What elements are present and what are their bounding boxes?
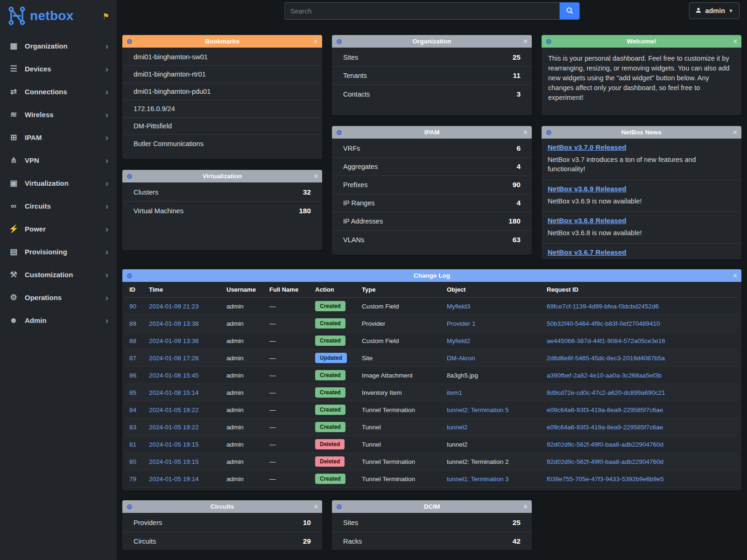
close-icon[interactable]: × — [523, 503, 528, 511]
stat-row-prefixes[interactable]: Prefixes90 — [332, 176, 532, 194]
changelog-time-link[interactable]: 2024-01-09 13:38 — [149, 337, 199, 344]
changelog-request-link[interactable]: 92d02d9c-562f-49f0-baa8-adb22904760d — [547, 441, 663, 448]
bookmark-item[interactable]: 172.16.0.9/24 — [122, 100, 322, 118]
pin-icon[interactable]: ⚑ — [103, 12, 109, 21]
bookmark-item[interactable]: dmi01-binghamton-sw01 — [122, 49, 322, 66]
bookmark-item[interactable]: dmi01-binghamton-rtr01 — [122, 66, 322, 83]
changelog-request-link[interactable]: f038e755-705e-47f3-9433-5392b9e6b9e5 — [547, 476, 664, 483]
bookmark-item[interactable]: dmi01-binghamton-pdu01 — [122, 83, 322, 100]
stat-row-providers[interactable]: Providers10 — [122, 514, 322, 532]
sidebar-item-admin[interactable]: ☻Admin› — [0, 309, 117, 332]
changelog-time-link[interactable]: 2024-01-08 15:45 — [149, 372, 199, 379]
search-button[interactable] — [560, 2, 580, 20]
changelog-time-link[interactable]: 2024-01-05 19:15 — [149, 441, 199, 448]
sidebar-item-wireless[interactable]: ≋Wireless› — [0, 103, 117, 126]
changelog-time-link[interactable]: 2024-01-05 19:15 — [149, 458, 199, 465]
changelog-id-link[interactable]: 80 — [129, 458, 136, 465]
gear-icon[interactable]: ⚙ — [127, 504, 133, 510]
changelog-time-link[interactable]: 2024-01-08 17:28 — [149, 355, 199, 362]
changelog-object-link[interactable]: tunnel2 — [447, 424, 467, 431]
sidebar-item-virtualization[interactable]: ▣Virtualization› — [0, 172, 117, 195]
gear-icon[interactable]: ⚙ — [127, 38, 133, 45]
sidebar-item-circuits[interactable]: ∞Circuits› — [0, 195, 117, 217]
changelog-object-link[interactable]: Myfield2 — [447, 337, 470, 344]
changelog-id-link[interactable]: 79 — [129, 476, 136, 483]
close-icon[interactable]: × — [314, 173, 318, 180]
changelog-object-link[interactable]: tunnel2: Termination 5 — [447, 406, 509, 413]
changelog-request-link[interactable]: e09c64a6-93f3-419a-8ea9-229585f7c6ae — [547, 424, 663, 431]
changelog-request-link[interactable]: 50b32f40-5464-4f9c-b83f-0ef270489410 — [547, 320, 660, 327]
stat-row-racks[interactable]: Racks42 — [332, 532, 532, 550]
stat-row-sites[interactable]: Sites25 — [332, 49, 532, 67]
stat-row-contacts[interactable]: Contacts3 — [332, 85, 532, 103]
stat-row-ip-ranges[interactable]: IP Ranges4 — [332, 194, 532, 212]
changelog-request-link[interactable]: e09c64a6-93f3-419a-8ea9-229585f7c6ae — [547, 406, 663, 413]
changelog-id-link[interactable]: 81 — [129, 441, 136, 448]
changelog-time-link[interactable]: 2024-01-08 15:14 — [149, 389, 199, 396]
changelog-time-link[interactable]: 2024-01-09 13:38 — [149, 320, 199, 327]
close-icon[interactable]: × — [523, 38, 528, 45]
stat-row-tenants[interactable]: Tenants11 — [332, 67, 532, 85]
changelog-object-link[interactable]: Provider 1 — [447, 320, 476, 327]
sidebar-item-devices[interactable]: ☰Devices› — [0, 57, 117, 80]
close-icon[interactable]: × — [733, 272, 737, 280]
gear-icon[interactable]: ⚙ — [336, 504, 342, 510]
news-link[interactable]: NetBox v3.6.9 Released — [548, 185, 626, 193]
changelog-time-link[interactable]: 2024-01-05 19:22 — [149, 406, 199, 413]
changelog-id-link[interactable]: 88 — [129, 337, 136, 344]
logo[interactable]: netbox ⚑ — [0, 0, 117, 35]
stat-row-sites[interactable]: Sites25 — [332, 514, 532, 532]
close-icon[interactable]: × — [314, 503, 318, 511]
sidebar-item-provisioning[interactable]: ▤Provisioning› — [0, 240, 117, 263]
stat-row-aggregates[interactable]: Aggregates4 — [332, 158, 532, 176]
changelog-id-link[interactable]: 86 — [129, 372, 136, 379]
close-icon[interactable]: × — [733, 129, 737, 136]
changelog-id-link[interactable]: 87 — [129, 355, 136, 362]
stat-row-ip-addresses[interactable]: IP Addresses180 — [332, 212, 532, 231]
changelog-object-link[interactable]: DM-Akron — [447, 355, 475, 362]
changelog-id-link[interactable]: 83 — [129, 424, 136, 431]
changelog-object-link[interactable]: Myfield3 — [447, 303, 470, 310]
changelog-request-link[interactable]: a390fbef-2a82-4e10-aa0a-3c268aa5ef3b — [547, 372, 662, 379]
changelog-request-link[interactable]: 69fce7cf-1139-4d99-bfea-f3dcbd2452d6 — [547, 303, 659, 310]
bookmark-item[interactable]: Butler Communications — [122, 135, 322, 152]
search-input[interactable] — [284, 2, 560, 20]
gear-icon[interactable]: ⚙ — [336, 38, 342, 45]
changelog-id-link[interactable]: 90 — [129, 303, 136, 310]
news-link[interactable]: NetBox v3.6.7 Released — [548, 248, 626, 256]
stat-row-vlans[interactable]: VLANs63 — [332, 231, 532, 249]
changelog-object-link[interactable]: item1 — [447, 389, 462, 396]
changelog-id-link[interactable]: 85 — [129, 389, 136, 396]
changelog-time-link[interactable]: 2024-01-05 19:14 — [149, 476, 199, 483]
changelog-request-link[interactable]: 8d9cd72e-cd0c-47c2-a620-dc899a690c21 — [547, 389, 665, 396]
changelog-time-link[interactable]: 2024-01-09 21:23 — [149, 303, 199, 310]
gear-icon[interactable]: ⚙ — [546, 38, 552, 45]
changelog-id-link[interactable]: 84 — [129, 406, 136, 413]
gear-icon[interactable]: ⚙ — [336, 129, 342, 136]
stat-row-clusters[interactable]: Clusters32 — [122, 183, 322, 202]
changelog-time-link[interactable]: 2024-01-05 19:22 — [149, 424, 199, 431]
news-link[interactable]: NetBox v3.6.8 Released — [548, 217, 626, 224]
gear-icon[interactable]: ⚙ — [127, 173, 133, 180]
sidebar-item-customization[interactable]: ⚒Customization› — [0, 263, 117, 286]
changelog-object-link[interactable]: tunnel1: Termination 3 — [447, 476, 509, 483]
user-menu[interactable]: admin ▼ — [689, 2, 740, 19]
stat-row-circuits[interactable]: Circuits29 — [122, 532, 322, 550]
close-icon[interactable]: × — [733, 38, 737, 45]
sidebar-item-operations[interactable]: ⚙Operations› — [0, 286, 117, 309]
changelog-request-link[interactable]: 92d02d9c-562f-49f0-baa8-adb22904760d — [547, 458, 663, 465]
changelog-request-link[interactable]: ae445066-387d-44f1-9084-572a05ce3e16 — [547, 337, 665, 344]
changelog-id-link[interactable]: 89 — [129, 320, 136, 327]
sidebar-item-power[interactable]: ⚡Power› — [0, 217, 117, 240]
gear-icon[interactable]: ⚙ — [546, 129, 552, 136]
stat-row-virtual-machines[interactable]: Virtual Machines180 — [122, 202, 322, 220]
close-icon[interactable]: × — [314, 38, 318, 45]
gear-icon[interactable]: ⚙ — [127, 273, 133, 279]
sidebar-item-organization[interactable]: ▦Organization› — [0, 35, 117, 57]
news-link[interactable]: NetBox v3.7.0 Released — [548, 143, 626, 151]
changelog-request-link[interactable]: 2d6d6e8f-5465-45dc-8ec3-2019d4087b5a — [547, 355, 665, 362]
close-icon[interactable]: × — [523, 129, 528, 136]
bookmark-item[interactable]: DM-Pittsfield — [122, 118, 322, 135]
sidebar-item-connections[interactable]: ⇄Connections› — [0, 80, 117, 103]
sidebar-item-ipam[interactable]: ⊞IPAM› — [0, 126, 117, 149]
